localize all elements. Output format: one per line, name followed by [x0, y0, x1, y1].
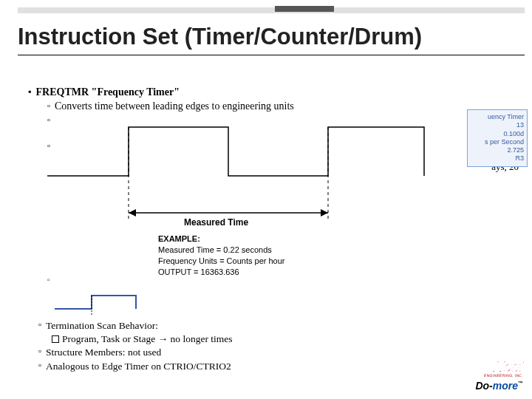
host-logo-subtitle: ENGINEERING, INC.: [449, 373, 524, 378]
bullet-icon: ▫: [38, 346, 41, 359]
example-title: EXAMPLE:: [158, 233, 285, 245]
heading-text: FREQTMR "Frequency Timer": [36, 86, 180, 100]
domore-do: Do-: [475, 380, 492, 392]
svg-marker-3: [129, 209, 136, 216]
lower-bullets: ▫ Termination Scan Behavior: Program, Ta…: [38, 319, 436, 373]
snip-l3: 0.100d: [471, 130, 524, 138]
slide-title: Instruction Set (Timer/Counter/Drum): [18, 24, 422, 50]
analogous-note: Analogous to Edge Timer on CTRIO/CTRIO2: [46, 360, 231, 373]
measured-time-label: Measured Time: [184, 217, 248, 228]
snip-l2: 13: [471, 121, 524, 129]
snip-l1: uency Timer: [471, 113, 524, 121]
domore-more: more: [493, 380, 518, 392]
sub1-text: Converts time between leading edges to e…: [55, 100, 294, 114]
bullet-icon: •: [28, 86, 32, 100]
header-rule: [18, 7, 525, 13]
snip-l6: R3: [471, 154, 524, 163]
example-line-3: OUTPUT = 16363.636: [158, 267, 285, 278]
header-rule-accent: [275, 6, 334, 12]
secondary-diagram-fragment: [55, 293, 158, 315]
termination-label: Termination Scan Behavior:: [46, 319, 158, 332]
trademark-icon: ™: [518, 381, 523, 386]
domore-logo: Do-more™: [449, 380, 523, 392]
bullet-icon: ▫: [47, 276, 50, 284]
example-line-2: Frequency Units = Counts per hour: [158, 256, 285, 267]
bullet-icon: ▫: [47, 100, 50, 114]
snip-l5: 2.725: [471, 146, 524, 154]
title-underline: [18, 55, 525, 55]
struct-members: Structure Members: not used: [46, 346, 161, 359]
timing-diagram: Measured Time EXAMPLE: Measured Time = 0…: [47, 118, 432, 288]
footer-logos: Host ENGINEERING, INC. Do-more™: [449, 358, 523, 392]
checkbox-icon: [52, 335, 59, 343]
bullet-icon: ▫: [38, 360, 41, 373]
bullet-heading: • FREQTMR "Frequency Timer": [28, 86, 517, 100]
example-line-1: Measured Time = 0.22 seconds: [158, 245, 285, 256]
snip-l4: s per Second: [471, 138, 524, 146]
instruction-block-preview: uency Timer 13 0.100d s per Second 2.725…: [467, 109, 528, 167]
termination-line: Program, Task or Stage → no longer times: [62, 333, 233, 344]
bullet-icon: ▫: [38, 319, 41, 332]
svg-marker-4: [321, 209, 328, 216]
sub-bullet-1: ▫ Converts time between leading edges to…: [47, 100, 517, 114]
